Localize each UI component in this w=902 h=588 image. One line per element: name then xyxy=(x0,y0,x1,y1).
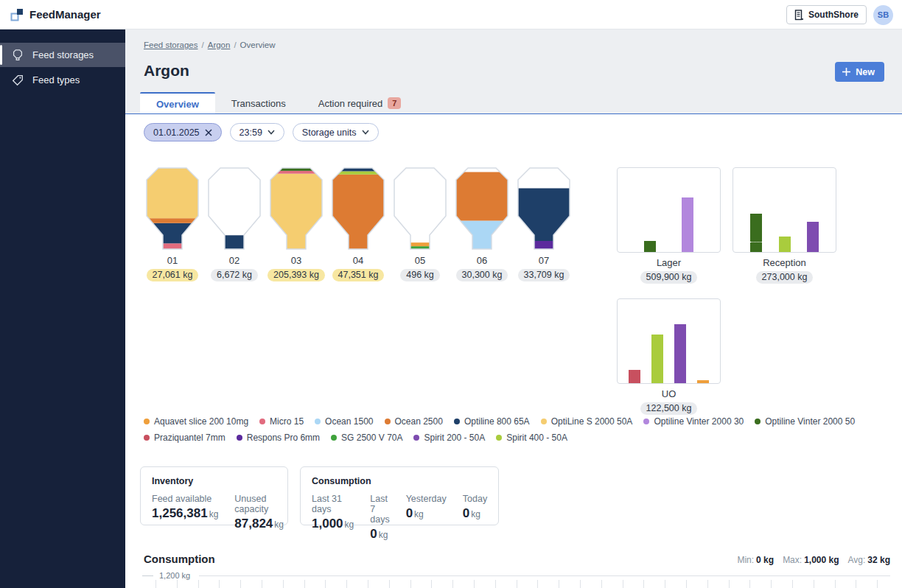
grid-vline xyxy=(431,580,432,588)
breadcrumb-feed-storages[interactable]: Feed storages xyxy=(144,41,198,49)
org-switcher-button[interactable]: SouthShore xyxy=(786,5,867,24)
grid-vline xyxy=(304,580,305,588)
metric-label: Unused capacity xyxy=(234,494,284,514)
grid-vline xyxy=(729,580,730,588)
breadcrumb-overview: Overview xyxy=(240,41,276,49)
storage-unit-silo-01[interactable]: 01 27,061 kg xyxy=(146,167,199,281)
grid-vline xyxy=(601,580,602,588)
tab-action-required[interactable]: Action required 7 xyxy=(302,92,417,114)
chevron-down-icon xyxy=(268,130,275,135)
tab-transactions[interactable]: Transactions xyxy=(215,92,302,114)
silo-icon xyxy=(11,49,24,62)
storage-unit-silo-03[interactable]: 03 205,393 kg xyxy=(270,167,323,281)
legend-dot xyxy=(144,419,150,424)
feedmanager-logo-icon xyxy=(10,8,24,21)
app-title: FeedManager xyxy=(29,8,101,21)
storage-unit-silo-05[interactable]: 05 496 kg xyxy=(394,167,447,281)
legend-dot xyxy=(259,419,265,424)
grid-vline xyxy=(283,580,284,588)
storage-chart-reception[interactable]: Reception 273,000 kg xyxy=(733,167,836,284)
metric-label: Last 7 days xyxy=(370,494,389,525)
storage-name: Lager xyxy=(657,257,681,268)
legend-item: Optiline 800 65A xyxy=(454,416,530,427)
tab-overview[interactable]: Overview xyxy=(140,92,215,114)
grid-vline xyxy=(325,580,326,588)
legend-label: Praziquantel 7mm xyxy=(154,433,226,443)
consumption-section-title: Consumption xyxy=(144,553,215,565)
storage-unit-silo-04[interactable]: 04 47,351 kg xyxy=(332,167,385,281)
chart-plot-area xyxy=(733,167,836,253)
last-31-days-metric: Last 31 days 1,000kg xyxy=(312,494,354,542)
grid-vline xyxy=(368,580,368,588)
legend-item: Respons Pro 6mm xyxy=(237,433,320,443)
tab-underline xyxy=(125,113,902,115)
grid-vline xyxy=(155,580,156,588)
storage-chart-lager[interactable]: Lager 509,900 kg xyxy=(617,167,721,284)
user-avatar[interactable]: SB xyxy=(873,5,893,25)
legend-dot xyxy=(413,435,419,441)
sidebar-item-label: Feed types xyxy=(32,74,80,85)
storage-units-filter-chip[interactable]: Storage units xyxy=(293,123,379,141)
plus-icon xyxy=(842,67,851,77)
legend-label: Spirit 400 - 50A xyxy=(506,433,567,443)
storage-unit-silo-02[interactable]: 02 6,672 kg xyxy=(208,167,261,281)
feed-legend: Aquavet slice 200 10mg Micro 15 Ocean 15… xyxy=(144,416,890,443)
consumption-card-title: Consumption xyxy=(312,476,487,486)
storage-unit-silo-06[interactable]: 06 30,300 kg xyxy=(455,167,508,281)
legend-label: Respons Pro 6mm xyxy=(247,433,320,443)
close-icon[interactable] xyxy=(205,129,212,136)
metric-label: Today xyxy=(463,494,487,504)
date-filter-chip[interactable]: 01.01.2025 xyxy=(144,123,222,141)
breadcrumb-separator: / xyxy=(234,41,236,49)
yesterday-metric: Yesterday 0kg xyxy=(406,494,447,542)
silo-fill-segment xyxy=(517,241,570,249)
legend-item: Spirit 200 - 50A xyxy=(413,433,485,443)
legend-dot xyxy=(331,435,337,441)
silo-fill-segment xyxy=(146,223,199,244)
silo-name: 01 xyxy=(167,255,178,266)
silo-value-badge: 496 kg xyxy=(400,269,440,281)
breadcrumb-argon[interactable]: Argon xyxy=(208,41,231,49)
metric-label: Yesterday xyxy=(406,494,447,504)
chart-bar xyxy=(779,237,791,252)
grid-vline xyxy=(877,580,878,588)
tab-label: Overview xyxy=(156,99,199,110)
metric-value: 0 xyxy=(463,506,469,520)
metric-value: 1,256,381 xyxy=(152,506,208,520)
silo-fill-segment xyxy=(517,189,570,242)
grid-vline xyxy=(240,580,241,588)
silo-value-badge: 27,061 kg xyxy=(147,269,199,281)
silo-value-badge: 30,300 kg xyxy=(456,269,508,281)
legend-label: Optiline 800 65A xyxy=(464,416,530,427)
sidebar: Feed storages Feed types xyxy=(0,29,125,588)
silo-fill-segment xyxy=(455,172,508,221)
storage-chart-uo[interactable]: UO 122,500 kg xyxy=(617,298,721,415)
silo-name: 05 xyxy=(415,255,425,266)
metric-label: Last 31 days xyxy=(312,494,354,514)
sidebar-item-feed-types[interactable]: Feed types xyxy=(0,68,125,92)
metric-label: Feed available xyxy=(152,494,218,504)
time-filter-label: 23:59 xyxy=(240,127,262,138)
grid-vline xyxy=(517,580,517,588)
legend-item: Ocean 2500 xyxy=(385,416,443,427)
app-logo[interactable]: FeedManager xyxy=(10,8,101,21)
storage-unit-silo-07[interactable]: 07 33,709 kg xyxy=(517,167,570,281)
time-filter-chip[interactable]: 23:59 xyxy=(230,123,284,141)
grid-vline xyxy=(262,580,262,588)
metric-value: 1,000 xyxy=(312,517,343,531)
legend-label: OptiLine S 2000 50A xyxy=(551,416,633,427)
metric-unit: kg xyxy=(379,530,388,540)
sidebar-item-feed-storages[interactable]: Feed storages xyxy=(0,43,125,67)
building-icon xyxy=(794,10,804,21)
grid-vline xyxy=(537,580,538,588)
action-required-count-badge: 7 xyxy=(388,97,401,109)
metric-unit: kg xyxy=(471,509,480,519)
new-button[interactable]: New xyxy=(835,62,884,82)
tag-icon xyxy=(11,74,24,87)
tab-label: Action required xyxy=(318,98,382,109)
grid-vline xyxy=(665,580,665,588)
sidebar-item-label: Feed storages xyxy=(32,49,94,60)
legend-dot xyxy=(385,419,391,424)
today-metric: Today 0kg xyxy=(463,494,487,542)
silo-value-badge: 6,672 kg xyxy=(211,269,258,281)
